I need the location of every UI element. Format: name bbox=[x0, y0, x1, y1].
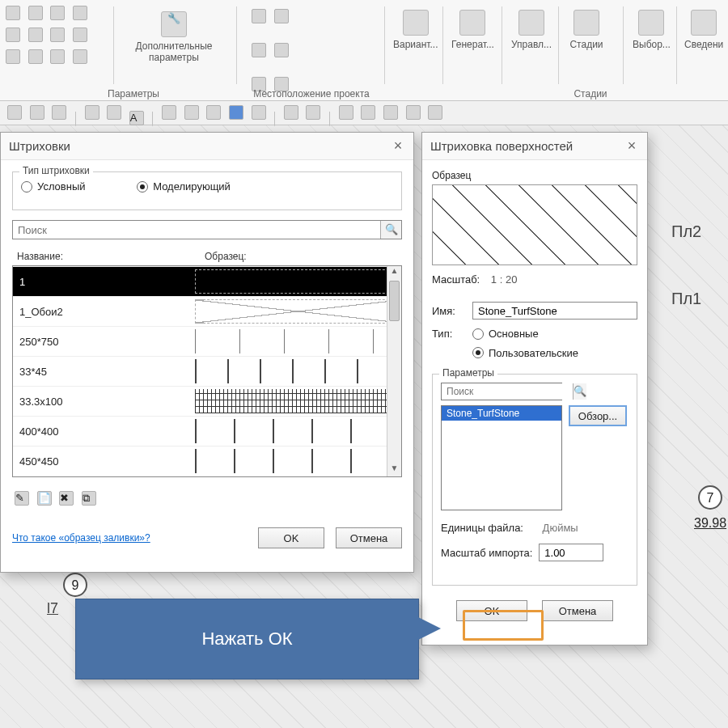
pattern-row[interactable]: 450*450 bbox=[13, 446, 401, 476]
search-box: 🔍 bbox=[12, 220, 402, 239]
radio-model[interactable]: Моделирующий bbox=[137, 180, 231, 193]
pattern-row[interactable]: 33*45 bbox=[13, 356, 401, 386]
pattern-list[interactable]: 1 1_Обои2 250*750 33*45 33.3х100 400*400… bbox=[12, 265, 402, 477]
pattern-row[interactable]: 1_Обои2 bbox=[13, 296, 401, 326]
ribbon-select[interactable]: Выбор... bbox=[628, 6, 673, 50]
qat-icon[interactable] bbox=[361, 105, 375, 120]
ribbon-params-group: Параметры bbox=[32, 0, 235, 99]
grid-bubble-9: 9 bbox=[63, 573, 87, 597]
radio-type-custom[interactable]: Пользовательские bbox=[472, 347, 578, 359]
qat-icon[interactable] bbox=[383, 105, 398, 120]
close-button[interactable]: × bbox=[623, 138, 641, 155]
qat-icon[interactable] bbox=[162, 105, 176, 120]
info-icon bbox=[691, 10, 717, 36]
dialog-title: Штриховки × bbox=[1, 133, 413, 160]
qat-icon[interactable] bbox=[406, 105, 421, 120]
room-label-pl2: Пл2 bbox=[671, 222, 701, 241]
dialog-title: Штриховка поверхностей × bbox=[422, 133, 647, 160]
scale-label: Масштаб: bbox=[432, 273, 480, 286]
search-input[interactable] bbox=[13, 221, 380, 239]
surface-hatch-dialog: Штриховка поверхностей × Образец Масштаб… bbox=[421, 132, 648, 645]
ok-button[interactable]: OK bbox=[258, 527, 324, 548]
ribbon-tool-icon[interactable] bbox=[6, 28, 20, 42]
ribbon-variants[interactable]: Вариант... bbox=[388, 6, 437, 50]
pattern-row[interactable]: 250*750 bbox=[13, 326, 401, 356]
pattern-name: 33*45 bbox=[13, 366, 195, 378]
search-icon[interactable]: 🔍 bbox=[573, 383, 586, 400]
ribbon-tool-icon[interactable] bbox=[252, 9, 266, 23]
name-input[interactable] bbox=[472, 302, 637, 320]
ribbon-manage[interactable]: Управл... bbox=[506, 6, 555, 50]
name-label: Имя: bbox=[432, 305, 464, 317]
ribbon-select-label: Выбор... bbox=[633, 39, 671, 50]
radio-custom-label: Пользовательские bbox=[489, 347, 578, 359]
instruction-callout: Нажать ОК bbox=[75, 599, 419, 679]
dialog-title-text: Штриховка поверхностей bbox=[430, 139, 573, 153]
pattern-name: 450*450 bbox=[13, 455, 195, 468]
pattern-row[interactable]: 1 bbox=[13, 266, 401, 296]
ribbon-location-group: Местоположение проекта bbox=[243, 0, 380, 99]
ribbon-caption-stages: Стадии bbox=[558, 88, 623, 99]
pattern-file-list[interactable]: Stone_TurfStone bbox=[441, 405, 562, 510]
scroll-down-icon[interactable]: ▼ bbox=[387, 463, 401, 476]
callout-text: Нажать ОК bbox=[201, 629, 292, 650]
ribbon-manage-label: Управл... bbox=[511, 39, 552, 50]
grid-bubble-7: 7 bbox=[698, 485, 722, 510]
qat-icon[interactable] bbox=[52, 105, 66, 120]
qat-icon[interactable] bbox=[229, 105, 243, 120]
qat-icon[interactable] bbox=[30, 105, 44, 120]
delete-icon[interactable]: ✖ bbox=[59, 491, 74, 506]
ribbon-info[interactable]: Сведени bbox=[679, 6, 726, 50]
qat-icon[interactable]: A bbox=[129, 111, 144, 125]
cancel-button[interactable]: Отмена bbox=[542, 600, 613, 621]
pattern-row[interactable]: 400*400 bbox=[13, 416, 401, 446]
hatch-preview bbox=[432, 184, 637, 265]
qat-icon[interactable] bbox=[339, 105, 353, 120]
scrollbar[interactable]: ▲ ▼ bbox=[387, 266, 401, 476]
import-scale-input[interactable] bbox=[539, 544, 603, 561]
ribbon-info-label: Сведени bbox=[684, 39, 723, 50]
qat-icon[interactable] bbox=[184, 105, 199, 120]
qat-icon[interactable] bbox=[7, 105, 22, 120]
pattern-name: 1 bbox=[13, 276, 195, 288]
fill-patterns-dialog: Штриховки × Тип штриховки Условный Модел… bbox=[0, 132, 414, 573]
pattern-row[interactable]: 33.3х100 bbox=[13, 386, 401, 416]
pattern-type-group: Тип штриховки Условный Моделирующий bbox=[12, 171, 402, 210]
params-search-input[interactable] bbox=[442, 383, 573, 400]
params-legend: Параметры bbox=[439, 367, 497, 379]
pattern-tools: ✎ 📄 ✖ ⧉ bbox=[12, 489, 402, 508]
ribbon-tool-icon[interactable] bbox=[6, 49, 20, 64]
pattern-type-legend: Тип штриховки bbox=[19, 165, 93, 176]
ok-button[interactable]: OK bbox=[456, 600, 527, 621]
ribbon-tool-icon[interactable] bbox=[252, 43, 266, 57]
qat-icon[interactable] bbox=[85, 105, 99, 120]
edit-icon[interactable]: ✎ bbox=[15, 491, 29, 506]
sample-label: Образец bbox=[432, 170, 637, 181]
search-icon[interactable]: 🔍 bbox=[380, 221, 401, 239]
ribbon-tool-icon[interactable] bbox=[274, 9, 289, 23]
qat-icon[interactable] bbox=[284, 105, 298, 120]
file-units-value: Дюймы bbox=[543, 522, 578, 534]
duplicate-icon[interactable]: ⧉ bbox=[82, 491, 96, 506]
radio-conditional[interactable]: Условный bbox=[21, 180, 86, 193]
pattern-file-item[interactable]: Stone_TurfStone bbox=[442, 406, 561, 421]
close-button[interactable]: × bbox=[389, 138, 407, 155]
qat-icon[interactable] bbox=[107, 105, 121, 120]
scroll-thumb[interactable] bbox=[389, 281, 400, 321]
dialog-title-text: Штриховки bbox=[9, 139, 70, 153]
cancel-button[interactable]: Отмена bbox=[336, 527, 402, 548]
qat-icon[interactable] bbox=[206, 105, 221, 120]
new-icon[interactable]: 📄 bbox=[37, 491, 52, 506]
radio-type-basic[interactable]: Основные bbox=[472, 328, 539, 340]
qat-icon[interactable] bbox=[252, 105, 266, 120]
ribbon-tool-icon[interactable] bbox=[274, 43, 289, 57]
scroll-up-icon[interactable]: ▲ bbox=[387, 266, 401, 279]
params-group: Параметры 🔍 Stone_TurfStone Обзор... Еди… bbox=[432, 374, 637, 586]
qat-icon[interactable] bbox=[306, 105, 320, 120]
browse-button[interactable]: Обзор... bbox=[569, 405, 627, 426]
qat-icon[interactable] bbox=[428, 105, 442, 120]
ribbon-generate[interactable]: Генерат... bbox=[447, 6, 499, 50]
dimension-l7: l7 bbox=[47, 600, 58, 617]
help-link[interactable]: Что такое «образец заливки»? bbox=[12, 532, 150, 544]
ribbon-tool-icon[interactable] bbox=[6, 6, 20, 20]
